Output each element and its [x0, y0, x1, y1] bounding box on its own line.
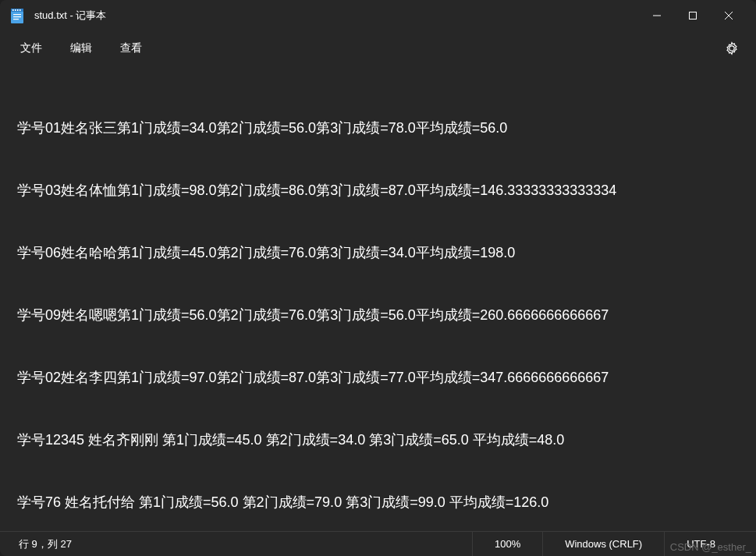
status-encoding[interactable]: UTF-8	[664, 532, 737, 556]
status-zoom[interactable]: 100%	[472, 532, 542, 556]
text-line: 学号03姓名体恤第1门成绩=98.0第2门成绩=86.0第3门成绩=87.0平均…	[17, 180, 739, 201]
text-editor[interactable]: 学号01姓名张三第1门成绩=34.0第2门成绩=56.0第3门成绩=78.0平均…	[0, 66, 756, 531]
menubar: 文件 编辑 查看	[0, 31, 756, 66]
text-line: 学号09姓名嗯嗯第1门成绩=56.0第2门成绩=76.0第3门成绩=56.0平均…	[17, 305, 739, 326]
window-title: stud.txt - 记事本	[34, 9, 639, 23]
notepad-window: stud.txt - 记事本 文件 编辑 查看 学号01姓名张三第1门成绩=34…	[0, 0, 756, 556]
menu-file[interactable]: 文件	[6, 35, 56, 62]
status-position: 行 9，列 27	[19, 537, 472, 551]
svg-rect-7	[13, 16, 21, 17]
svg-rect-6	[13, 14, 21, 15]
close-button[interactable]	[711, 3, 747, 28]
minimize-button[interactable]	[639, 3, 675, 28]
statusbar: 行 9，列 27 100% Windows (CRLF) UTF-8	[0, 531, 756, 556]
menu-view[interactable]: 查看	[106, 35, 156, 62]
svg-rect-5	[20, 9, 21, 11]
menu-edit[interactable]: 编辑	[56, 35, 106, 62]
text-line: 学号12345 姓名齐刚刚 第1门成绩=45.0 第2门成绩=34.0 第3门成…	[17, 430, 739, 451]
text-line: 学号76 姓名托付给 第1门成绩=56.0 第2门成绩=79.0 第3门成绩=9…	[17, 492, 739, 513]
text-line: 学号02姓名李四第1门成绩=97.0第2门成绩=87.0第3门成绩=77.0平均…	[17, 367, 739, 388]
svg-rect-10	[690, 12, 697, 19]
svg-rect-4	[17, 9, 19, 11]
gear-icon	[725, 41, 739, 55]
svg-rect-3	[15, 9, 16, 11]
settings-button[interactable]	[714, 35, 750, 62]
svg-rect-2	[12, 9, 14, 11]
titlebar[interactable]: stud.txt - 记事本	[0, 0, 756, 31]
text-line: 学号01姓名张三第1门成绩=34.0第2门成绩=56.0第3门成绩=78.0平均…	[17, 118, 739, 139]
window-controls	[639, 3, 747, 28]
maximize-button[interactable]	[675, 3, 711, 28]
text-line: 学号06姓名哈哈第1门成绩=45.0第2门成绩=76.0第3门成绩=34.0平均…	[17, 243, 739, 264]
notepad-icon	[9, 7, 25, 24]
status-line-ending[interactable]: Windows (CRLF)	[542, 532, 664, 556]
svg-rect-8	[13, 19, 19, 19]
